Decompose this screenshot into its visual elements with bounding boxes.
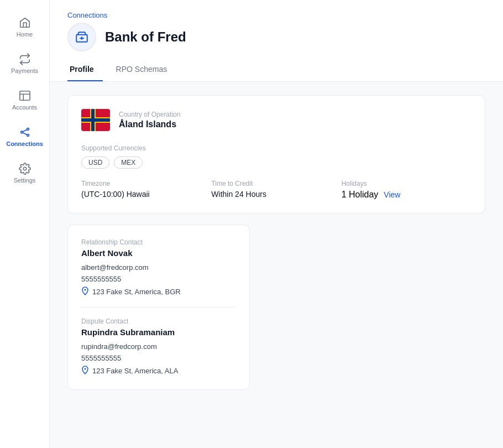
- svg-line-7: [23, 133, 27, 135]
- dispute-contact: Dispute Contact Rupindra Subramaniam rup…: [81, 317, 236, 376]
- page-header: Connections Bank of Fred Profile RPO Sch…: [50, 0, 503, 82]
- breadcrumb: Connections: [67, 11, 485, 19]
- dispute-label: Dispute Contact: [81, 317, 236, 325]
- sidebar-item-settings[interactable]: Settings: [4, 156, 45, 190]
- accounts-icon: [19, 90, 31, 102]
- relationship-name: Albert Novak: [81, 248, 236, 258]
- bank-name: Bank of Fred: [105, 29, 186, 45]
- sidebar-item-payments[interactable]: Payments: [4, 46, 45, 81]
- svg-point-8: [23, 167, 27, 170]
- payments-icon: [19, 53, 31, 65]
- currency-tag-mex: MEX: [114, 157, 143, 169]
- location-icon: [81, 286, 89, 297]
- profile-card: Country of Operation Åland Islands Suppo…: [67, 95, 485, 213]
- country-label: Country of Operation: [119, 111, 180, 118]
- currency-tags: USD MEX: [81, 157, 471, 169]
- svg-rect-15: [81, 118, 110, 122]
- home-icon: [19, 17, 31, 29]
- sidebar-item-accounts[interactable]: Accounts: [4, 83, 45, 117]
- sidebar-item-connections[interactable]: Connections: [4, 119, 45, 154]
- country-name: Åland Islands: [119, 119, 180, 129]
- tab-profile[interactable]: Profile: [67, 60, 103, 81]
- bank-icon: [67, 23, 96, 51]
- sidebar: Home Payments Accounts Connections: [0, 0, 50, 448]
- dispute-address: 123 Fake St, America, ALA: [81, 366, 236, 376]
- dispute-phone: 5555555555: [81, 354, 236, 362]
- contact-card: Relationship Contact Albert Novak albert…: [67, 225, 250, 390]
- svg-point-18: [85, 368, 86, 370]
- relationship-label: Relationship Contact: [81, 238, 236, 246]
- svg-line-6: [23, 129, 27, 132]
- timezone-value: (UTC-10:00) Hawaii: [81, 190, 211, 199]
- svg-rect-0: [19, 91, 29, 101]
- settings-icon: [19, 163, 31, 175]
- svg-point-17: [85, 289, 86, 291]
- view-holidays-link[interactable]: View: [384, 190, 400, 199]
- holidays-value-row: 1 Holiday View: [342, 190, 471, 200]
- relationship-email: albert@fredcorp.com: [81, 263, 236, 272]
- tab-rpo-schemas[interactable]: RPO Schemas: [114, 60, 176, 81]
- page-content: Country of Operation Åland Islands Suppo…: [50, 82, 503, 403]
- svg-rect-16: [91, 109, 95, 131]
- relationship-contact: Relationship Contact Albert Novak albert…: [81, 238, 236, 297]
- dispute-email: rupindra@fredcorp.com: [81, 342, 236, 351]
- time-to-credit-value: Within 24 Hours: [211, 190, 341, 199]
- main-content: Connections Bank of Fred Profile RPO Sch…: [50, 0, 503, 448]
- currency-tag-usd: USD: [81, 157, 109, 169]
- dispute-name: Rupindra Subramaniam: [81, 327, 236, 337]
- currencies-label: Supported Currencies: [81, 144, 471, 152]
- country-info: Country of Operation Åland Islands: [119, 111, 180, 129]
- relationship-address-text: 123 Fake St, America, BGR: [92, 288, 181, 296]
- timezone-cell: Timezone (UTC-10:00) Hawaii: [81, 180, 211, 200]
- dispute-address-text: 123 Fake St, America, ALA: [92, 367, 178, 375]
- country-flag: [81, 109, 110, 131]
- relationship-phone: 5555555555: [81, 275, 236, 283]
- tab-bar: Profile RPO Schemas: [67, 60, 485, 81]
- holidays-value: 1 Holiday: [342, 190, 379, 200]
- country-section: Country of Operation Åland Islands: [81, 109, 471, 131]
- relationship-address: 123 Fake St, America, BGR: [81, 286, 236, 297]
- connections-icon: [19, 126, 31, 138]
- header-top: Bank of Fred: [67, 23, 485, 51]
- holidays-cell: Holidays 1 Holiday View: [342, 180, 471, 200]
- location-icon-dispute: [81, 366, 89, 376]
- contact-divider: [81, 307, 236, 308]
- info-grid: Timezone (UTC-10:00) Hawaii Time to Cred…: [81, 180, 471, 200]
- sidebar-item-home[interactable]: Home: [4, 10, 45, 44]
- time-to-credit-cell: Time to Credit Within 24 Hours: [211, 180, 341, 200]
